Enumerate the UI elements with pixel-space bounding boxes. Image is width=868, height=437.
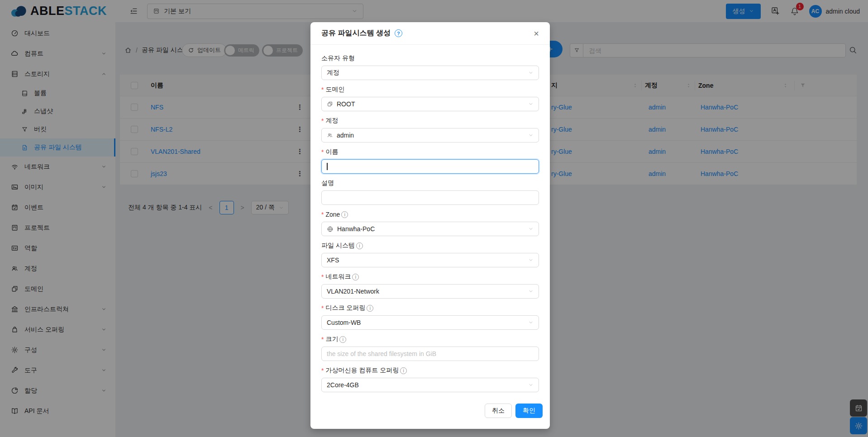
team-icon	[327, 132, 333, 138]
account-field: * 계정 admin	[321, 116, 539, 142]
chevron-down-icon	[528, 289, 534, 294]
required-mark: *	[321, 117, 324, 124]
filesystem-select[interactable]: XFS	[321, 253, 539, 267]
modal-body: 소유자 유형 계정 * 도메인 ROOT * 계정	[310, 45, 550, 392]
disk-offering-label: * 디스크 오퍼링 i	[321, 304, 539, 313]
filesystem-field: 파일 시스템 i XFS	[321, 241, 539, 267]
required-mark: *	[321, 367, 324, 374]
required-mark: *	[321, 211, 324, 218]
account-value: admin	[337, 132, 354, 139]
disk-offering-value: Custom-WB	[327, 319, 361, 326]
field-label-text: 크기	[325, 335, 338, 343]
zone-field: * Zone i Hanwha-PoC	[321, 210, 539, 236]
name-field: * 이름	[321, 147, 539, 174]
field-label-text: 소유자 유형	[321, 54, 355, 62]
field-label-text: 이름	[325, 148, 338, 156]
info-icon[interactable]: i	[352, 274, 359, 280]
field-label-text: 디스크 오퍼링	[325, 304, 365, 312]
required-mark: *	[321, 86, 324, 93]
required-mark: *	[321, 273, 324, 280]
required-mark: *	[321, 148, 324, 156]
globe-icon	[327, 226, 334, 233]
description-field: 설명	[321, 179, 539, 205]
chevron-down-icon	[528, 70, 534, 76]
modal-footer: 취소 확인	[310, 397, 550, 429]
size-input[interactable]	[321, 347, 539, 361]
zone-label: * Zone i	[321, 210, 539, 219]
compute-offering-field: * 가상머신용 컴퓨트 오퍼링 i 2Core-4GB	[321, 366, 539, 392]
zone-value: Hanwha-PoC	[337, 225, 375, 233]
ok-button[interactable]: 확인	[515, 404, 543, 418]
name-input-wrapper	[321, 159, 539, 174]
chevron-down-icon	[528, 133, 534, 138]
account-select[interactable]: admin	[321, 128, 539, 142]
filesystem-label: 파일 시스템 i	[321, 241, 539, 250]
zone-select[interactable]: Hanwha-PoC	[321, 222, 539, 236]
field-label-text: 가상머신용 컴퓨트 오퍼링	[325, 366, 399, 375]
chevron-down-icon	[528, 101, 534, 107]
required-mark: *	[321, 304, 324, 312]
owner-type-value: 계정	[327, 69, 339, 77]
filesystem-value: XFS	[327, 256, 339, 264]
compute-offering-value: 2Core-4GB	[327, 381, 359, 389]
description-input[interactable]	[321, 190, 539, 205]
network-label: * 네트워크 i	[321, 272, 539, 281]
field-label-text: Zone	[325, 211, 340, 218]
create-shared-filesystem-modal: 공유 파일시스템 생성 ? × 소유자 유형 계정 * 도메인 ROOT	[310, 22, 550, 429]
name-input[interactable]	[331, 163, 534, 170]
size-label: * 크기 i	[321, 335, 539, 344]
chevron-down-icon	[528, 257, 534, 263]
required-mark: *	[321, 336, 324, 343]
info-icon[interactable]: i	[339, 336, 346, 343]
field-label-text: 설명	[321, 179, 334, 187]
field-label-text: 도메인	[325, 86, 344, 94]
domain-value: ROOT	[337, 100, 355, 108]
network-select[interactable]: VLAN201-Network	[321, 284, 539, 299]
chevron-down-icon	[528, 382, 534, 388]
info-icon[interactable]: i	[341, 211, 348, 218]
description-label: 설명	[321, 179, 539, 188]
disk-offering-select[interactable]: Custom-WB	[321, 315, 539, 330]
domain-select[interactable]: ROOT	[321, 97, 539, 111]
field-label-text: 계정	[325, 117, 338, 125]
info-icon[interactable]: i	[400, 367, 407, 374]
info-icon[interactable]: i	[367, 305, 373, 312]
info-icon[interactable]: i	[356, 242, 363, 249]
compute-offering-select[interactable]: 2Core-4GB	[321, 378, 539, 392]
account-label: * 계정	[321, 116, 539, 125]
compute-offering-label: * 가상머신용 컴퓨트 오퍼링 i	[321, 366, 539, 375]
blocks-icon	[327, 101, 333, 107]
field-label-text: 네트워크	[325, 273, 351, 281]
chevron-down-icon	[528, 226, 534, 232]
size-field: * 크기 i	[321, 335, 539, 361]
owner-type-select[interactable]: 계정	[321, 66, 539, 80]
text-cursor	[327, 163, 328, 170]
help-icon[interactable]: ?	[395, 29, 402, 37]
field-label-text: 파일 시스템	[321, 242, 355, 250]
owner-type-field: 소유자 유형 계정	[321, 54, 539, 80]
modal-title: 공유 파일시스템 생성	[321, 28, 391, 38]
network-field: * 네트워크 i VLAN201-Network	[321, 272, 539, 299]
cancel-button[interactable]: 취소	[485, 404, 512, 418]
modal-header: 공유 파일시스템 생성 ? ×	[310, 22, 550, 45]
owner-type-label: 소유자 유형	[321, 54, 539, 63]
close-icon[interactable]: ×	[534, 29, 539, 38]
chevron-down-icon	[528, 320, 534, 325]
domain-label: * 도메인	[321, 85, 539, 94]
name-label: * 이름	[321, 147, 539, 157]
domain-field: * 도메인 ROOT	[321, 85, 539, 111]
disk-offering-field: * 디스크 오퍼링 i Custom-WB	[321, 304, 539, 330]
network-value: VLAN201-Network	[327, 288, 379, 295]
